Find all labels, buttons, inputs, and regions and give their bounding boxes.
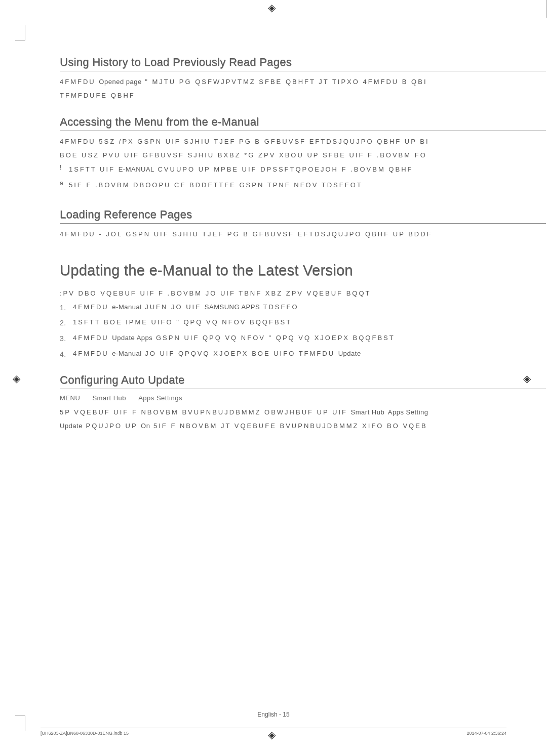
update-label: Update bbox=[60, 422, 83, 430]
breadcrumb-item: MENU bbox=[60, 394, 80, 402]
note-row: a 5IF F .BOVBM DBOOPU CF BDDFTTFE GSPN T… bbox=[60, 180, 546, 193]
auto-update-text: 5P VQEBUF UIF F NBOVBM BVUPNBUJDBMMZ OBW… bbox=[60, 407, 546, 417]
text: 5IF F NBOVBM JT VQEBUFE BVUPNBUJDBMMZ XI… bbox=[153, 422, 427, 430]
list-item: 4FMFDU Update Apps GSPN UIF QPQ VQ NFOV … bbox=[60, 333, 546, 344]
breadcrumb: MENU Smart Hub Apps Settings bbox=[60, 394, 546, 402]
update-label: Update bbox=[338, 350, 361, 357]
timestamp-label: 2014-07-04 2:36:24 bbox=[466, 731, 506, 736]
registration-mark-icon bbox=[268, 2, 279, 13]
note-text: 5IF F .BOVBM DBOOPU CF BDDFTTFE GSPN TPN… bbox=[69, 180, 363, 190]
note-row: ! 1SFTT UIF E-MANUAL CVUUPO UP MPBE UIF … bbox=[60, 164, 546, 178]
auto-update-text-2: Update PQUJPO UP On 5IF F NBOVBM JT VQEB… bbox=[60, 421, 546, 431]
text: GSPN UIF QPQ VQ NFOV " QPQ VQ XJOEPX BQQ… bbox=[156, 334, 395, 342]
section-heading-history: Using History to Load Previously Read Pa… bbox=[60, 56, 546, 71]
history-text: 4FMFDU Opened page " MJTU PG QSFWJPVTMZ … bbox=[60, 76, 546, 87]
emanual-label: e-Manual bbox=[112, 303, 141, 311]
breadcrumb-item: Smart Hub bbox=[92, 394, 126, 402]
samsung-apps-label: SAMSUNG APPS bbox=[205, 303, 260, 311]
crop-mark bbox=[15, 25, 25, 40]
loading-ref-text: 4FMFDU - JOL GSPN UIF SJHIU TJEF PG B GF… bbox=[60, 229, 546, 239]
list-item: 4FMFDU e-Manual JO UIF QPQVQ XJOEPX BOE … bbox=[60, 349, 546, 359]
text: 4FMFDU bbox=[73, 303, 109, 311]
text: TDSFFO bbox=[263, 303, 299, 311]
history-text-2: TFMFDUFE QBHF bbox=[60, 90, 546, 101]
text: JUFN JO UIF bbox=[145, 303, 201, 311]
list-item: 4FMFDU e-Manual JUFN JO UIF SAMSUNG APPS… bbox=[60, 302, 546, 313]
text: PQUJPO UP bbox=[86, 422, 138, 430]
menu-access-text: 4FMFDU 5SZ /PX GSPN UIF SJHIU TJEF PG B … bbox=[60, 136, 546, 147]
text: 4FMFDU bbox=[73, 350, 109, 357]
text: CVUUPO UP MPBE UIF DPSSFTQPOEJOH F .BOVB… bbox=[158, 165, 413, 173]
source-file-label: [UH6203-ZA]BN68-06330D-01ENG.indb 15 bbox=[41, 731, 129, 736]
menu-access-text-2: BOE USZ PVU UIF GFBUVSF SJHIU BXBZ *G ZP… bbox=[60, 150, 546, 160]
text: 1SFTT UIF bbox=[69, 165, 115, 173]
page-content: Using History to Load Previously Read Pa… bbox=[60, 56, 546, 435]
apps-settings-label: Apps Setting bbox=[388, 408, 428, 416]
main-heading-updating: Updating the e-Manual to the Latest Vers… bbox=[60, 262, 546, 279]
text: 5P VQEBUF UIF F NBOVBM BVUPNBUJDBMMZ OBW… bbox=[60, 408, 347, 416]
page-footer: English - 15 bbox=[0, 711, 547, 718]
section-heading-auto-update: Configuring Auto Update bbox=[60, 373, 546, 389]
list-item: 1SFTT BOE IPME UIFO " QPQ VQ NFOV BQQFBS… bbox=[60, 317, 546, 328]
smart-hub-label: Smart Hub bbox=[351, 408, 385, 416]
opened-page-label: Opened page bbox=[99, 78, 141, 86]
section-heading-loading-ref: Loading Reference Pages bbox=[60, 208, 546, 224]
print-footer: [UH6203-ZA]BN68-06330D-01ENG.indb 15 201… bbox=[41, 731, 506, 736]
updating-text: :PV DBO VQEBUF UIF F .BOVBM JO UIF TBNF … bbox=[60, 288, 546, 299]
text: JO UIF QPQVQ XJOEPX BOE UIFO TFMFDU bbox=[145, 350, 335, 357]
section-heading-menu-access: Accessing the Menu from the e-Manual bbox=[60, 115, 546, 131]
update-apps-label: Update Apps bbox=[112, 334, 152, 342]
note-icon: ! bbox=[60, 164, 69, 171]
text: 4FMFDU bbox=[60, 78, 96, 86]
emanual-button-label: E-MANUAL bbox=[119, 165, 154, 173]
text: 4FMFDU bbox=[73, 334, 109, 342]
on-label: On bbox=[141, 422, 150, 430]
registration-mark-icon bbox=[13, 372, 24, 384]
breadcrumb-item: Apps Settings bbox=[138, 394, 182, 402]
steps-list: 4FMFDU e-Manual JUFN JO UIF SAMSUNG APPS… bbox=[60, 302, 546, 359]
note-text: 1SFTT UIF E-MANUAL CVUUPO UP MPBE UIF DP… bbox=[69, 164, 413, 175]
note-icon: a bbox=[60, 180, 69, 187]
divider bbox=[41, 728, 506, 728]
text: " MJTU PG QSFWJPVTMZ SFBE QBHFT JT TIPXO… bbox=[145, 78, 427, 86]
emanual-label: e-Manual bbox=[112, 350, 141, 357]
